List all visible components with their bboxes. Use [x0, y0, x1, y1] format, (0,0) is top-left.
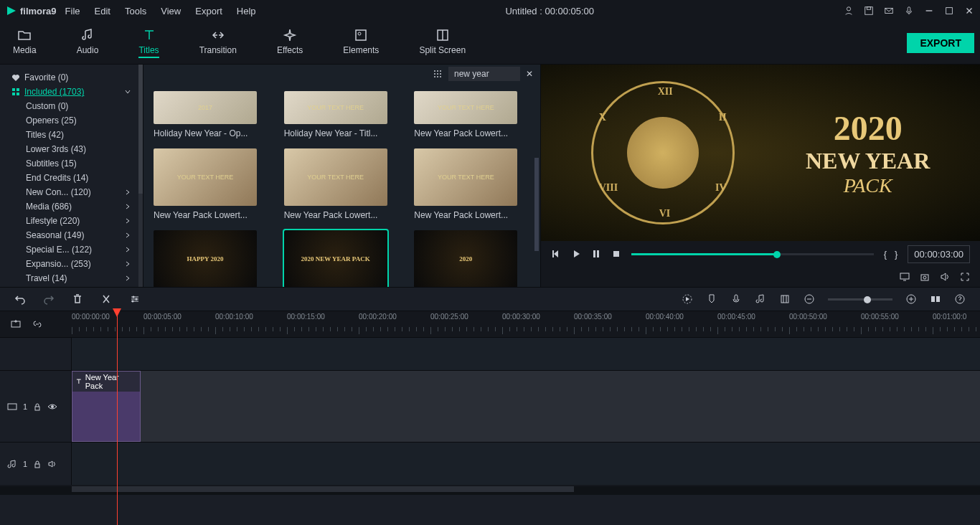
- sidebar-scrollbar[interactable]: [138, 65, 143, 287]
- mic-icon[interactable]: [904, 6, 914, 16]
- timeline-scrollbar[interactable]: [0, 486, 980, 495]
- menu-view[interactable]: View: [161, 6, 181, 16]
- sidebar-category[interactable]: Lower 3rds (43): [0, 142, 143, 156]
- sidebar-category[interactable]: Lifestyle (220): [0, 214, 143, 228]
- sidebar-category[interactable]: Expansio... (253): [0, 257, 143, 271]
- sidebar-category[interactable]: Openers (25): [0, 113, 143, 128]
- menu-tools[interactable]: Tools: [125, 6, 146, 16]
- menu-export[interactable]: Export: [195, 6, 222, 16]
- sidebar-filmstocks[interactable]: Filmstocks: [0, 285, 143, 287]
- svg-rect-4: [908, 7, 910, 12]
- sidebar-included[interactable]: Included (1703): [0, 85, 143, 99]
- asset-thumb[interactable]: YOUR TEXT HERENew Year Pack Lowert...: [284, 148, 400, 220]
- thumb-image: YOUR TEXT HERE: [414, 91, 517, 124]
- chevron-right-icon: [124, 246, 131, 253]
- menu-edit[interactable]: Edit: [95, 6, 110, 16]
- stop-icon[interactable]: [611, 249, 621, 259]
- adjust-icon[interactable]: [129, 293, 141, 305]
- minimize-icon[interactable]: [924, 6, 934, 16]
- lock-icon[interactable]: [33, 402, 42, 411]
- asset-thumb[interactable]: YOUR TEXT HERENew Year Pack Lowert...: [414, 91, 530, 138]
- asset-thumb[interactable]: 2020 NEW YEAR PACK: [284, 230, 400, 287]
- tab-transition[interactable]: Transition: [194, 25, 242, 61]
- zoom-in-icon[interactable]: [905, 293, 917, 305]
- close-icon[interactable]: [964, 6, 974, 16]
- fullscreen-icon[interactable]: [960, 272, 970, 282]
- tab-splitscreen[interactable]: Split Screen: [413, 25, 471, 61]
- sidebar-category[interactable]: Media (686): [0, 199, 143, 214]
- tab-effects[interactable]: Effects: [271, 25, 308, 61]
- asset-thumb[interactable]: YOUR TEXT HERENew Year Pack Lowert...: [414, 148, 530, 220]
- playhead[interactable]: [117, 311, 118, 525]
- timeline-clip[interactable]: New Year Pack: [72, 371, 141, 442]
- timeline: 00:00:00:0000:00:05:0000:00:10:0000:00:1…: [0, 311, 980, 495]
- play-icon[interactable]: [571, 249, 581, 259]
- pause-icon[interactable]: [591, 249, 601, 259]
- search-input[interactable]: [448, 67, 520, 81]
- track-body[interactable]: New Year Pack: [72, 371, 980, 442]
- record-vo-icon[interactable]: [730, 293, 742, 305]
- ruler-mark: 00:00:25:00: [430, 313, 468, 321]
- zoom-fit-icon[interactable]: [930, 293, 941, 305]
- crop-icon[interactable]: [779, 293, 791, 305]
- speaker-icon[interactable]: [47, 460, 57, 468]
- menu-help[interactable]: Help: [237, 6, 256, 16]
- track-body[interactable]: [72, 338, 980, 370]
- asset-thumb[interactable]: 2017Holiday New Year - Op...: [154, 91, 270, 138]
- svg-rect-23: [552, 250, 554, 257]
- sidebar-category[interactable]: Travel (14): [0, 271, 143, 285]
- browser-scrollbar[interactable]: [534, 86, 539, 280]
- tab-elements[interactable]: Elements: [337, 25, 385, 61]
- sidebar-category[interactable]: Subtitles (15): [0, 156, 143, 171]
- mail-icon[interactable]: [884, 6, 894, 16]
- export-button[interactable]: EXPORT: [907, 33, 974, 53]
- render-icon[interactable]: [682, 293, 693, 305]
- sidebar-favorite[interactable]: Favorite (0): [0, 70, 143, 85]
- link-icon[interactable]: [32, 318, 43, 330]
- tab-titles[interactable]: Titles: [133, 25, 164, 61]
- clear-search-icon[interactable]: ✕: [526, 69, 533, 79]
- tab-audio[interactable]: Audio: [71, 25, 105, 61]
- sidebar-category[interactable]: Titles (42): [0, 128, 143, 142]
- asset-thumb[interactable]: YOUR TEXT HEREHoliday New Year - Titl...: [284, 91, 400, 138]
- markers-icon[interactable]: { }: [884, 249, 898, 260]
- zoom-out-icon[interactable]: [804, 293, 815, 305]
- zoom-slider[interactable]: [828, 298, 892, 301]
- display-settings-icon[interactable]: [900, 272, 910, 282]
- asset-thumb[interactable]: 2020: [414, 230, 530, 287]
- eye-icon[interactable]: [47, 402, 57, 411]
- help-icon[interactable]: [954, 293, 966, 305]
- snapshot-icon[interactable]: [920, 272, 930, 282]
- svg-rect-27: [900, 273, 909, 279]
- progress-bar[interactable]: [631, 253, 874, 255]
- sidebar-category[interactable]: New Con... (120): [0, 185, 143, 199]
- sidebar-category[interactable]: End Credits (14): [0, 171, 143, 185]
- split-icon[interactable]: [100, 293, 112, 305]
- svg-rect-11: [12, 93, 15, 95]
- volume-icon[interactable]: [940, 272, 950, 282]
- tab-media[interactable]: Media: [7, 25, 42, 61]
- sidebar-category[interactable]: Custom (0): [0, 99, 143, 113]
- add-track-icon[interactable]: [10, 318, 22, 330]
- music-icon: [80, 28, 95, 42]
- sidebar-category[interactable]: Special E... (122): [0, 242, 143, 257]
- grid-view-icon[interactable]: [433, 69, 443, 79]
- timeline-ruler[interactable]: 00:00:00:0000:00:05:0000:00:10:0000:00:1…: [72, 311, 980, 337]
- marker-icon[interactable]: [706, 293, 717, 305]
- track-body[interactable]: [72, 443, 980, 485]
- maximize-icon[interactable]: [944, 6, 954, 16]
- redo-icon[interactable]: [43, 293, 55, 305]
- lock-icon[interactable]: [33, 460, 42, 468]
- asset-thumb[interactable]: YOUR TEXT HERENew Year Pack Lowert...: [154, 148, 270, 220]
- sidebar-category[interactable]: Seasonal (149): [0, 228, 143, 242]
- mixer-icon[interactable]: [755, 293, 766, 305]
- account-icon[interactable]: [844, 6, 854, 16]
- menu-file[interactable]: File: [65, 6, 80, 16]
- svg-point-29: [923, 276, 926, 279]
- svg-point-18: [437, 73, 438, 75]
- prev-frame-icon[interactable]: [551, 249, 561, 259]
- delete-icon[interactable]: [72, 293, 83, 305]
- asset-thumb[interactable]: HAPPY 2020: [154, 230, 270, 287]
- save-icon[interactable]: [864, 6, 874, 16]
- undo-icon[interactable]: [14, 293, 26, 305]
